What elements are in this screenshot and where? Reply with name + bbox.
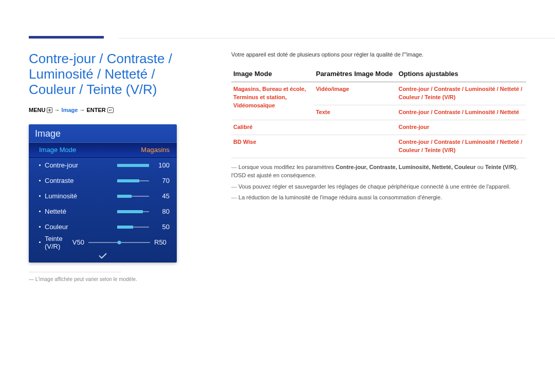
footnote: L'image affichée peut varier selon le mo…	[29, 276, 198, 282]
bullet-icon	[39, 180, 41, 181]
accent-bar	[29, 36, 104, 39]
osd-scroll-down[interactable]	[29, 250, 177, 258]
osd-row-nettete[interactable]: Netteté 80	[29, 204, 177, 219]
chevron-down-icon	[99, 251, 107, 259]
bullet-icon	[39, 226, 41, 228]
osd-row-contraste[interactable]: Contraste 70	[29, 173, 177, 189]
options-table: Image Mode Paramètres Image Mode Options…	[231, 67, 526, 158]
slider[interactable]	[117, 195, 149, 198]
intro-text: Votre appareil est doté de plusieurs opt…	[231, 51, 526, 58]
osd-title: Image	[29, 124, 177, 142]
slider[interactable]	[117, 179, 149, 182]
top-rule	[118, 38, 555, 39]
osd-row-couleur[interactable]: Couleur 50	[29, 219, 177, 235]
slider[interactable]	[117, 210, 149, 213]
bullet-icon	[39, 164, 41, 166]
th-options: Options ajustables	[396, 67, 526, 82]
th-params: Paramètres Image Mode	[314, 67, 397, 82]
osd-row-image-mode[interactable]: Image Mode Magasins	[29, 142, 177, 158]
menu-path: MENU Ⅲ → Image → ENTER ↵	[29, 107, 198, 113]
table-row: Calibré Contre-jour	[231, 120, 526, 135]
notes-list: Lorsque vous modifiez les paramètres Con…	[231, 163, 526, 202]
table-row: BD Wise Contre-jour / Contraste / Lumino…	[231, 135, 526, 158]
th-image-mode: Image Mode	[231, 67, 314, 82]
bullet-icon	[39, 211, 41, 212]
note-item: Vous pouvez régler et sauvegarder les ré…	[231, 183, 526, 191]
footnote-rule	[29, 272, 121, 272]
osd-row-value: Magasins	[141, 146, 170, 154]
bullet-icon	[39, 195, 41, 197]
osd-row-luminosite[interactable]: Luminosité 45	[29, 189, 177, 204]
osd-row-teinte[interactable]: Teinte (V/R) V50 R50	[29, 235, 177, 250]
note-item: Lorsque vous modifiez les paramètres Con…	[231, 163, 526, 180]
osd-row-label: Image Mode	[39, 146, 141, 154]
menu-icon: Ⅲ	[47, 107, 52, 113]
slider[interactable]	[117, 164, 149, 167]
vr-slider[interactable]	[88, 241, 150, 244]
note-item: La réduction de la luminosité de l'image…	[231, 194, 526, 202]
osd-row-contre-jour[interactable]: Contre-jour 100	[29, 158, 177, 173]
bullet-icon	[39, 241, 41, 243]
table-row: Magasins, Bureau et école, Terminus et s…	[231, 82, 526, 105]
slider[interactable]	[117, 226, 149, 229]
osd-panel: Image Image Mode Magasins Contre-jour 10…	[29, 124, 177, 263]
page-title: Contre-jour / Contraste / Luminosité / N…	[29, 51, 198, 98]
enter-icon: ↵	[107, 107, 114, 113]
